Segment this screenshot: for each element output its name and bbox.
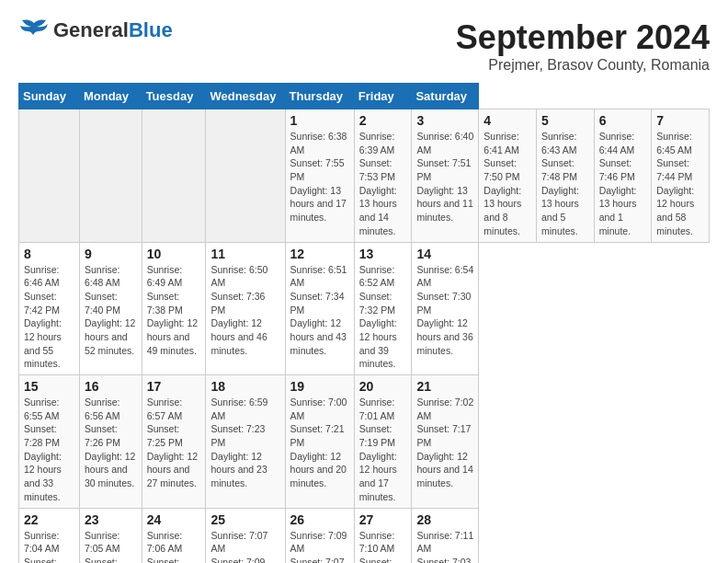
table-row: 18 Sunrise: 6:59 AMSunset: 7:23 PMDaylig… (206, 375, 285, 509)
day-number: 18 (210, 379, 279, 394)
day-info: Sunrise: 6:49 AMSunset: 7:38 PMDaylight:… (147, 263, 201, 358)
logo-blue-text: Blue (129, 18, 173, 41)
table-row: 14 Sunrise: 6:54 AMSunset: 7:30 PMDaylig… (412, 242, 479, 375)
day-number: 22 (24, 512, 74, 527)
table-row: 10 Sunrise: 6:49 AMSunset: 7:38 PMDaylig… (142, 242, 206, 375)
header-wednesday: Wednesday (206, 84, 285, 109)
day-info: Sunrise: 6:38 AMSunset: 7:55 PMDaylight:… (290, 130, 349, 224)
table-row: 24 Sunrise: 7:06 AMSunset: 7:11 PMDaylig… (142, 508, 206, 563)
day-info: Sunrise: 6:51 AMSunset: 7:34 PMDaylight:… (290, 263, 349, 358)
day-number: 15 (24, 379, 74, 394)
table-row: 25 Sunrise: 7:07 AMSunset: 7:09 PMDaylig… (206, 508, 285, 563)
empty-cell (142, 109, 206, 243)
header-saturday: Saturday (412, 84, 479, 109)
logo-bird-icon (18, 18, 50, 42)
table-row: 21 Sunrise: 7:02 AMSunset: 7:17 PMDaylig… (412, 375, 479, 509)
day-number: 20 (359, 379, 407, 394)
day-number: 9 (85, 247, 137, 261)
table-row: 9 Sunrise: 6:48 AMSunset: 7:40 PMDayligh… (79, 242, 142, 375)
day-number: 13 (359, 247, 407, 261)
day-number: 19 (290, 379, 349, 394)
day-info: Sunrise: 6:40 AMSunset: 7:51 PMDaylight:… (416, 130, 473, 224)
table-row: 4 Sunrise: 6:41 AMSunset: 7:50 PMDayligh… (479, 109, 537, 243)
header-tuesday: Tuesday (142, 84, 206, 109)
table-row: 16 Sunrise: 6:56 AMSunset: 7:26 PMDaylig… (79, 375, 142, 509)
day-info: Sunrise: 7:01 AMSunset: 7:19 PMDaylight:… (359, 396, 407, 504)
day-info: Sunrise: 6:39 AMSunset: 7:53 PMDaylight:… (359, 130, 407, 238)
day-number: 5 (541, 113, 589, 128)
day-info: Sunrise: 6:59 AMSunset: 7:23 PMDaylight:… (210, 396, 279, 490)
calendar-table: Sunday Monday Tuesday Wednesday Thursday… (18, 83, 710, 563)
table-row: 8 Sunrise: 6:46 AMSunset: 7:42 PMDayligh… (19, 242, 80, 375)
day-info: Sunrise: 7:04 AMSunset: 7:15 PMDaylight:… (24, 529, 74, 564)
table-row: 6 Sunrise: 6:44 AMSunset: 7:46 PMDayligh… (594, 109, 652, 243)
calendar-header: Sunday Monday Tuesday Wednesday Thursday… (19, 84, 710, 109)
day-info: Sunrise: 7:11 AMSunset: 7:03 PMDaylight:… (416, 529, 473, 564)
day-number: 27 (359, 512, 407, 527)
header-monday: Monday (79, 84, 142, 109)
header-thursday: Thursday (285, 84, 354, 109)
table-row: 2 Sunrise: 6:39 AMSunset: 7:53 PMDayligh… (354, 109, 412, 243)
day-info: Sunrise: 6:52 AMSunset: 7:32 PMDaylight:… (359, 263, 407, 372)
day-number: 2 (359, 113, 407, 128)
day-number: 1 (290, 113, 349, 128)
table-row: 23 Sunrise: 7:05 AMSunset: 7:13 PMDaylig… (79, 508, 142, 563)
day-number: 23 (85, 512, 137, 527)
empty-cell (79, 109, 142, 243)
calendar-week-2: 8 Sunrise: 6:46 AMSunset: 7:42 PMDayligh… (19, 242, 710, 375)
empty-cell (206, 109, 285, 243)
logo: GeneralBlue (18, 18, 173, 42)
calendar-title: September 2024 (456, 18, 710, 57)
day-number: 24 (147, 512, 201, 527)
day-info: Sunrise: 7:05 AMSunset: 7:13 PMDaylight:… (85, 529, 137, 564)
day-number: 14 (416, 247, 473, 261)
title-block: September 2024 Prejmer, Brasov County, R… (456, 18, 710, 74)
day-number: 16 (85, 379, 137, 394)
day-info: Sunrise: 6:48 AMSunset: 7:40 PMDaylight:… (85, 263, 137, 358)
table-row: 28 Sunrise: 7:11 AMSunset: 7:03 PMDaylig… (412, 508, 479, 563)
day-number: 6 (599, 113, 647, 128)
table-row: 5 Sunrise: 6:43 AMSunset: 7:48 PMDayligh… (536, 109, 594, 243)
table-row: 11 Sunrise: 6:50 AMSunset: 7:36 PMDaylig… (206, 242, 285, 375)
logo-general-text: General (53, 18, 129, 41)
day-info: Sunrise: 7:10 AMSunset: 7:05 PMDaylight:… (359, 529, 407, 564)
header-friday: Friday (354, 84, 412, 109)
table-row: 15 Sunrise: 6:55 AMSunset: 7:28 PMDaylig… (19, 375, 80, 509)
day-info: Sunrise: 6:54 AMSunset: 7:30 PMDaylight:… (416, 263, 473, 358)
table-row: 12 Sunrise: 6:51 AMSunset: 7:34 PMDaylig… (285, 242, 354, 375)
calendar-subtitle: Prejmer, Brasov County, Romania (456, 57, 710, 74)
table-row: 26 Sunrise: 7:09 AMSunset: 7:07 PMDaylig… (285, 508, 354, 563)
day-number: 11 (210, 247, 279, 261)
table-row: 13 Sunrise: 6:52 AMSunset: 7:32 PMDaylig… (354, 242, 412, 375)
day-info: Sunrise: 6:46 AMSunset: 7:42 PMDaylight:… (24, 263, 74, 372)
header-row: Sunday Monday Tuesday Wednesday Thursday… (19, 84, 710, 109)
day-info: Sunrise: 7:06 AMSunset: 7:11 PMDaylight:… (147, 529, 201, 564)
day-number: 17 (147, 379, 201, 394)
day-number: 12 (290, 247, 349, 261)
empty-cell (19, 109, 80, 243)
calendar-week-3: 15 Sunrise: 6:55 AMSunset: 7:28 PMDaylig… (19, 375, 710, 509)
day-info: Sunrise: 6:41 AMSunset: 7:50 PMDaylight:… (483, 130, 531, 238)
calendar-week-1: 1 Sunrise: 6:38 AMSunset: 7:55 PMDayligh… (19, 109, 710, 243)
day-number: 3 (416, 113, 473, 128)
day-info: Sunrise: 6:55 AMSunset: 7:28 PMDaylight:… (24, 396, 74, 504)
day-number: 4 (483, 113, 531, 128)
calendar-week-4: 22 Sunrise: 7:04 AMSunset: 7:15 PMDaylig… (19, 508, 710, 563)
header-sunday: Sunday (19, 84, 80, 109)
day-number: 21 (416, 379, 473, 394)
table-row: 20 Sunrise: 7:01 AMSunset: 7:19 PMDaylig… (354, 375, 412, 509)
table-row: 1 Sunrise: 6:38 AMSunset: 7:55 PMDayligh… (285, 109, 354, 243)
day-number: 8 (24, 247, 74, 261)
table-row: 3 Sunrise: 6:40 AMSunset: 7:51 PMDayligh… (412, 109, 479, 243)
day-info: Sunrise: 6:43 AMSunset: 7:48 PMDaylight:… (541, 130, 589, 238)
day-info: Sunrise: 6:44 AMSunset: 7:46 PMDaylight:… (599, 130, 647, 238)
day-number: 10 (147, 247, 201, 261)
table-row: 17 Sunrise: 6:57 AMSunset: 7:25 PMDaylig… (142, 375, 206, 509)
day-number: 7 (656, 113, 704, 128)
table-row: 19 Sunrise: 7:00 AMSunset: 7:21 PMDaylig… (285, 375, 354, 509)
day-info: Sunrise: 7:07 AMSunset: 7:09 PMDaylight:… (210, 529, 279, 564)
table-row: 27 Sunrise: 7:10 AMSunset: 7:05 PMDaylig… (354, 508, 412, 563)
table-row: 22 Sunrise: 7:04 AMSunset: 7:15 PMDaylig… (19, 508, 80, 563)
day-info: Sunrise: 7:02 AMSunset: 7:17 PMDaylight:… (416, 396, 473, 490)
page-header: GeneralBlue September 2024 Prejmer, Bras… (18, 18, 710, 74)
